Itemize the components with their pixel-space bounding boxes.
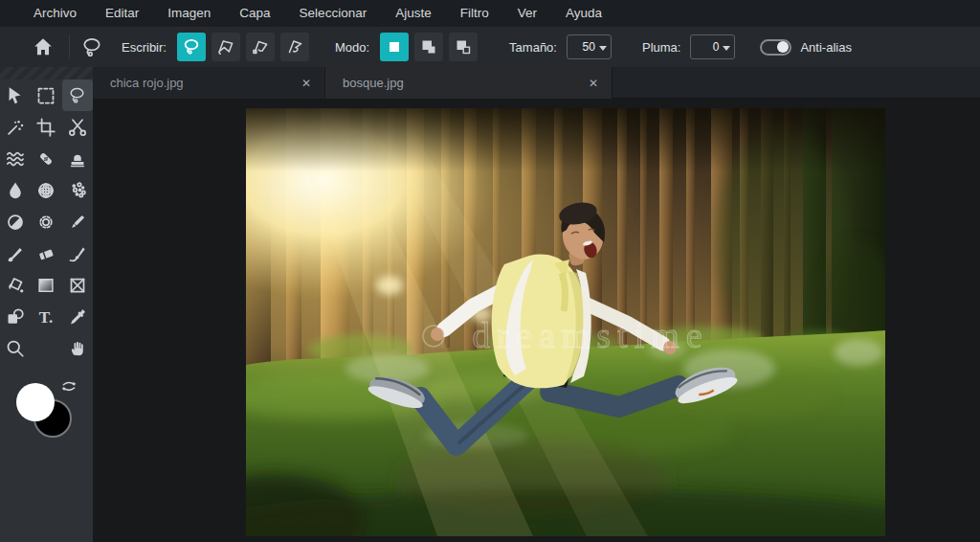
menu-imagen[interactable]: Imagen (153, 0, 225, 27)
distort-tool[interactable] (62, 269, 93, 301)
pluma-label: Pluma: (642, 40, 680, 55)
pen-icon (68, 213, 87, 232)
heal-tool[interactable] (31, 143, 61, 174)
lasso-polygon-button[interactable] (212, 33, 240, 61)
zoom-tool[interactable] (0, 332, 31, 364)
brush-tool[interactable] (0, 237, 31, 269)
gear-icon (36, 213, 56, 232)
tab-chica-rojo[interactable]: chica rojo.jpg ✕ (93, 67, 325, 99)
options-toolbar: Escribir: (0, 27, 980, 67)
tamano-input[interactable]: 50 (567, 34, 612, 59)
tab-label: chica rojo.jpg (110, 76, 184, 90)
pixelate-tool[interactable] (31, 174, 61, 206)
smudge-brush-icon (68, 244, 87, 263)
color-swatches (0, 372, 93, 458)
pen-tool[interactable] (62, 206, 93, 237)
text-tool[interactable]: T. (31, 301, 61, 332)
mode-add-button[interactable] (414, 33, 443, 61)
swap-colors-icon (60, 378, 78, 395)
tab-label: bosque.jpg (343, 76, 404, 90)
pluma-dropdown-icon[interactable] (723, 46, 730, 51)
tool-palette: T. (0, 67, 93, 542)
home-button[interactable] (27, 31, 59, 63)
gradient-tool[interactable] (31, 269, 61, 301)
eraser-icon (36, 244, 56, 263)
marquee-icon (36, 86, 56, 105)
sharpen-tool[interactable] (31, 206, 61, 237)
distort-box-icon (68, 276, 87, 295)
foreground-color-swatch[interactable] (16, 383, 55, 421)
scissors-icon (68, 118, 87, 137)
menu-seleccionar[interactable]: Seleccionar (285, 0, 382, 27)
dodge-burn-tool[interactable] (0, 206, 31, 237)
lasso-icon (80, 35, 103, 58)
tab-close-icon[interactable]: ✕ (569, 77, 598, 90)
clone-stamp-tool[interactable] (62, 143, 93, 174)
lasso-polygon-icon (215, 36, 236, 57)
smudge-tool[interactable] (62, 237, 93, 269)
canvas-image[interactable]: dreamstime (246, 108, 885, 536)
antialias-toggle[interactable] (760, 39, 791, 56)
menu-capa[interactable]: Capa (225, 0, 284, 27)
shapes-icon (6, 307, 25, 327)
menu-ver[interactable]: Ver (503, 0, 551, 27)
waves-icon (6, 149, 25, 169)
mode-subtract-icon (454, 37, 473, 56)
mode-replace-button[interactable] (380, 33, 409, 61)
cutout-tool[interactable] (62, 111, 93, 143)
toolbar-divider (69, 34, 70, 59)
forest-jump-photo: dreamstime (246, 108, 885, 536)
menu-filtro[interactable]: Filtro (446, 0, 503, 27)
home-icon (33, 36, 54, 57)
pluma-input[interactable]: 0 (690, 34, 735, 59)
spray-tool[interactable] (62, 174, 93, 206)
crop-tool[interactable] (31, 111, 61, 143)
gradient-icon (36, 276, 56, 295)
fill-tool[interactable] (0, 269, 31, 301)
marquee-tool[interactable] (31, 79, 61, 111)
pluma-value: 0 (713, 40, 720, 54)
pixlr-editor-window: Archivo Editar Imagen Capa Seleccionar A… (0, 0, 980, 542)
blur-tool[interactable] (0, 174, 31, 206)
menu-ayuda[interactable]: Ayuda (551, 0, 616, 27)
lasso-magnetic-button[interactable] (280, 33, 309, 61)
text-tool-icon: T. (35, 307, 56, 327)
canvas-area: dreamstime (93, 99, 980, 542)
liquify-tool[interactable] (0, 143, 31, 174)
magic-wand-tool[interactable] (0, 111, 31, 143)
hand-tool[interactable] (62, 332, 93, 364)
swap-colors-button[interactable] (60, 378, 78, 399)
dots-cluster-icon (68, 181, 87, 200)
lasso-bezier-button[interactable] (246, 33, 275, 61)
magnifier-icon (6, 339, 25, 358)
lasso-tool[interactable] (62, 79, 93, 111)
mode-subtract-button[interactable] (449, 33, 478, 61)
eyedropper-icon (68, 307, 87, 327)
antialias-label: Anti-alias (800, 40, 851, 55)
mode-replace-icon (385, 37, 404, 56)
menu-ajuste[interactable]: Ajuste (381, 0, 446, 27)
eyedropper-tool[interactable] (62, 301, 93, 332)
shape-tool[interactable] (0, 301, 31, 332)
tab-bar-empty-area (612, 67, 980, 99)
hand-icon (68, 339, 87, 358)
move-tool[interactable] (0, 79, 31, 111)
crop-icon (36, 118, 56, 137)
tool-grid: T. (0, 79, 93, 364)
tamano-label: Tamaño: (509, 40, 557, 55)
text-tool-glyph: T. (39, 308, 53, 327)
palette-hatch-strip (0, 67, 93, 79)
antialias-toggle-knob (777, 41, 789, 53)
stamp-icon (68, 149, 87, 169)
tab-close-icon[interactable]: ✕ (282, 77, 311, 90)
lasso-freehand-button[interactable] (177, 33, 206, 61)
tab-bosque[interactable]: bosque.jpg ✕ (325, 67, 612, 99)
modo-label: Modo: (335, 40, 369, 55)
lasso-bezier-icon (250, 36, 271, 57)
tamano-dropdown-icon[interactable] (599, 46, 607, 51)
tab-bar: chica rojo.jpg ✕ bosque.jpg ✕ (93, 67, 980, 99)
eraser-tool[interactable] (31, 237, 61, 269)
menu-archivo[interactable]: Archivo (19, 0, 91, 27)
menu-editar[interactable]: Editar (91, 0, 153, 27)
current-tool-indicator (76, 31, 108, 63)
